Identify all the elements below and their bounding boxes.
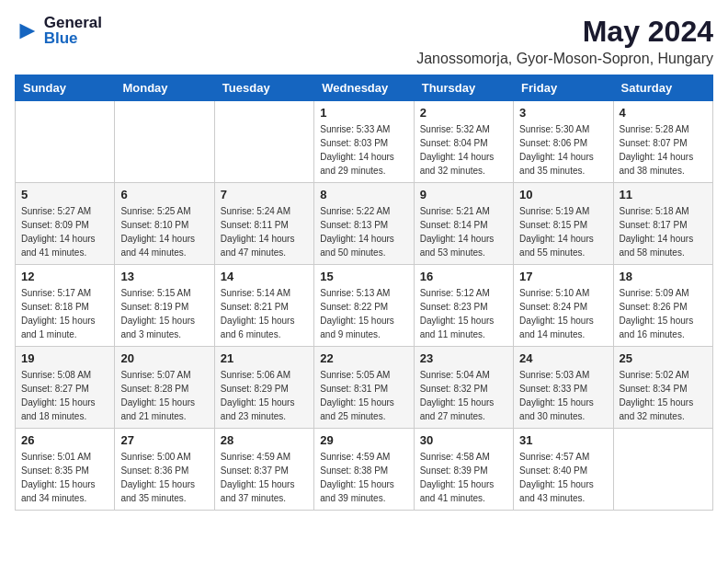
calendar-cell: 18Sunrise: 5:09 AM Sunset: 8:26 PM Dayli… — [613, 265, 712, 347]
day-number: 2 — [420, 106, 507, 120]
day-number: 13 — [120, 270, 208, 283]
day-number: 21 — [221, 351, 308, 365]
day-info: Sunrise: 5:30 AM Sunset: 8:06 PM Dayligh… — [519, 122, 607, 178]
day-info: Sunrise: 5:21 AM Sunset: 8:14 PM Dayligh… — [420, 204, 507, 259]
logo-general-text: General — [44, 15, 102, 30]
calendar-cell — [16, 101, 115, 183]
day-info: Sunrise: 5:17 AM Sunset: 8:18 PM Dayligh… — [21, 286, 108, 341]
day-number: 8 — [320, 188, 407, 201]
weekday-header-saturday: Saturday — [613, 75, 712, 101]
calendar-cell: 28Sunrise: 4:59 AM Sunset: 8:37 PM Dayli… — [214, 429, 313, 511]
calendar-cell: 22Sunrise: 5:05 AM Sunset: 8:31 PM Dayli… — [314, 347, 414, 429]
calendar-cell: 30Sunrise: 4:58 AM Sunset: 8:39 PM Dayli… — [414, 429, 513, 511]
day-number: 6 — [120, 188, 208, 201]
calendar-cell — [115, 101, 214, 183]
day-info: Sunrise: 5:14 AM Sunset: 8:21 PM Dayligh… — [221, 286, 308, 341]
calendar-cell: 8Sunrise: 5:22 AM Sunset: 8:13 PM Daylig… — [314, 183, 414, 265]
calendar-cell: 26Sunrise: 5:01 AM Sunset: 8:35 PM Dayli… — [16, 429, 115, 511]
day-info: Sunrise: 5:01 AM Sunset: 8:35 PM Dayligh… — [21, 450, 108, 505]
day-number: 28 — [221, 433, 308, 447]
calendar-week-row: 26Sunrise: 5:01 AM Sunset: 8:35 PM Dayli… — [16, 429, 713, 511]
logo-blue-text: Blue — [44, 30, 102, 46]
calendar-cell — [214, 101, 313, 183]
day-info: Sunrise: 5:13 AM Sunset: 8:22 PM Dayligh… — [320, 286, 407, 341]
day-number: 17 — [519, 270, 607, 283]
calendar-cell: 12Sunrise: 5:17 AM Sunset: 8:18 PM Dayli… — [16, 265, 115, 347]
day-number: 19 — [21, 351, 108, 365]
day-info: Sunrise: 5:03 AM Sunset: 8:33 PM Dayligh… — [519, 368, 607, 423]
day-info: Sunrise: 5:25 AM Sunset: 8:10 PM Dayligh… — [120, 204, 208, 259]
weekday-header-wednesday: Wednesday — [314, 75, 414, 101]
day-info: Sunrise: 5:27 AM Sunset: 8:09 PM Dayligh… — [21, 204, 108, 259]
weekday-header-sunday: Sunday — [16, 75, 115, 101]
day-number: 9 — [420, 188, 507, 201]
weekday-header-row: SundayMondayTuesdayWednesdayThursdayFrid… — [16, 75, 713, 101]
day-info: Sunrise: 5:32 AM Sunset: 8:04 PM Dayligh… — [420, 122, 507, 178]
day-info: Sunrise: 5:33 AM Sunset: 8:03 PM Dayligh… — [320, 122, 407, 178]
calendar-cell: 11Sunrise: 5:18 AM Sunset: 8:17 PM Dayli… — [613, 183, 712, 265]
day-info: Sunrise: 5:07 AM Sunset: 8:28 PM Dayligh… — [120, 368, 208, 423]
day-number: 11 — [620, 188, 707, 201]
calendar-cell: 15Sunrise: 5:13 AM Sunset: 8:22 PM Dayli… — [314, 265, 414, 347]
day-number: 30 — [420, 433, 507, 447]
calendar-cell: 17Sunrise: 5:10 AM Sunset: 8:24 PM Dayli… — [514, 265, 613, 347]
day-number: 25 — [620, 351, 707, 365]
calendar-cell: 31Sunrise: 4:57 AM Sunset: 8:40 PM Dayli… — [514, 429, 613, 511]
calendar-cell: 7Sunrise: 5:24 AM Sunset: 8:11 PM Daylig… — [214, 183, 313, 265]
calendar-cell: 29Sunrise: 4:59 AM Sunset: 8:38 PM Dayli… — [314, 429, 414, 511]
day-number: 23 — [420, 351, 507, 365]
calendar-cell: 2Sunrise: 5:32 AM Sunset: 8:04 PM Daylig… — [414, 101, 513, 183]
day-info: Sunrise: 5:00 AM Sunset: 8:36 PM Dayligh… — [120, 450, 208, 505]
weekday-header-friday: Friday — [514, 75, 613, 101]
day-info: Sunrise: 5:05 AM Sunset: 8:31 PM Dayligh… — [320, 368, 407, 423]
day-info: Sunrise: 4:59 AM Sunset: 8:38 PM Dayligh… — [320, 450, 407, 505]
weekday-header-thursday: Thursday — [414, 75, 513, 101]
day-number: 3 — [519, 106, 607, 120]
day-number: 24 — [519, 351, 607, 365]
day-info: Sunrise: 5:04 AM Sunset: 8:32 PM Dayligh… — [420, 368, 507, 423]
calendar-cell: 14Sunrise: 5:14 AM Sunset: 8:21 PM Dayli… — [214, 265, 313, 347]
day-number: 27 — [120, 433, 208, 447]
day-number: 1 — [320, 106, 407, 120]
day-number: 29 — [320, 433, 407, 447]
day-info: Sunrise: 5:19 AM Sunset: 8:15 PM Dayligh… — [519, 204, 607, 259]
calendar-cell: 19Sunrise: 5:08 AM Sunset: 8:27 PM Dayli… — [16, 347, 115, 429]
day-number: 20 — [120, 351, 208, 365]
page-header: ► General Blue May 2024 Janossomorja, Gy… — [15, 15, 713, 67]
calendar-cell: 27Sunrise: 5:00 AM Sunset: 8:36 PM Dayli… — [115, 429, 214, 511]
day-info: Sunrise: 5:02 AM Sunset: 8:34 PM Dayligh… — [620, 368, 707, 423]
day-info: Sunrise: 5:18 AM Sunset: 8:17 PM Dayligh… — [620, 204, 707, 259]
day-info: Sunrise: 5:09 AM Sunset: 8:26 PM Dayligh… — [620, 286, 707, 341]
calendar-cell: 25Sunrise: 5:02 AM Sunset: 8:34 PM Dayli… — [613, 347, 712, 429]
day-info: Sunrise: 5:06 AM Sunset: 8:29 PM Dayligh… — [221, 368, 308, 423]
day-info: Sunrise: 5:08 AM Sunset: 8:27 PM Dayligh… — [21, 368, 108, 423]
logo-icon: ► — [15, 16, 40, 45]
calendar-cell: 1Sunrise: 5:33 AM Sunset: 8:03 PM Daylig… — [314, 101, 414, 183]
day-info: Sunrise: 5:12 AM Sunset: 8:23 PM Dayligh… — [420, 286, 507, 341]
day-info: Sunrise: 5:15 AM Sunset: 8:19 PM Dayligh… — [120, 286, 208, 341]
logo: ► General Blue — [15, 15, 102, 46]
day-number: 5 — [21, 188, 108, 201]
calendar-cell: 24Sunrise: 5:03 AM Sunset: 8:33 PM Dayli… — [514, 347, 613, 429]
calendar-main-title: May 2024 — [416, 15, 713, 49]
day-info: Sunrise: 5:24 AM Sunset: 8:11 PM Dayligh… — [221, 204, 308, 259]
day-number: 16 — [420, 270, 507, 283]
day-number: 14 — [221, 270, 308, 283]
calendar-table: SundayMondayTuesdayWednesdayThursdayFrid… — [15, 75, 713, 511]
day-number: 15 — [320, 270, 407, 283]
day-number: 4 — [620, 106, 707, 120]
day-info: Sunrise: 5:22 AM Sunset: 8:13 PM Dayligh… — [320, 204, 407, 259]
calendar-week-row: 12Sunrise: 5:17 AM Sunset: 8:18 PM Dayli… — [16, 265, 713, 347]
calendar-cell: 21Sunrise: 5:06 AM Sunset: 8:29 PM Dayli… — [214, 347, 313, 429]
calendar-cell: 23Sunrise: 5:04 AM Sunset: 8:32 PM Dayli… — [414, 347, 513, 429]
calendar-cell: 13Sunrise: 5:15 AM Sunset: 8:19 PM Dayli… — [115, 265, 214, 347]
calendar-cell: 9Sunrise: 5:21 AM Sunset: 8:14 PM Daylig… — [414, 183, 513, 265]
day-info: Sunrise: 5:10 AM Sunset: 8:24 PM Dayligh… — [519, 286, 607, 341]
day-info: Sunrise: 4:58 AM Sunset: 8:39 PM Dayligh… — [420, 450, 507, 505]
calendar-cell: 4Sunrise: 5:28 AM Sunset: 8:07 PM Daylig… — [613, 101, 712, 183]
day-number: 26 — [21, 433, 108, 447]
day-number: 18 — [620, 270, 707, 283]
calendar-cell — [613, 429, 712, 511]
day-number: 7 — [221, 188, 308, 201]
day-number: 22 — [320, 351, 407, 365]
